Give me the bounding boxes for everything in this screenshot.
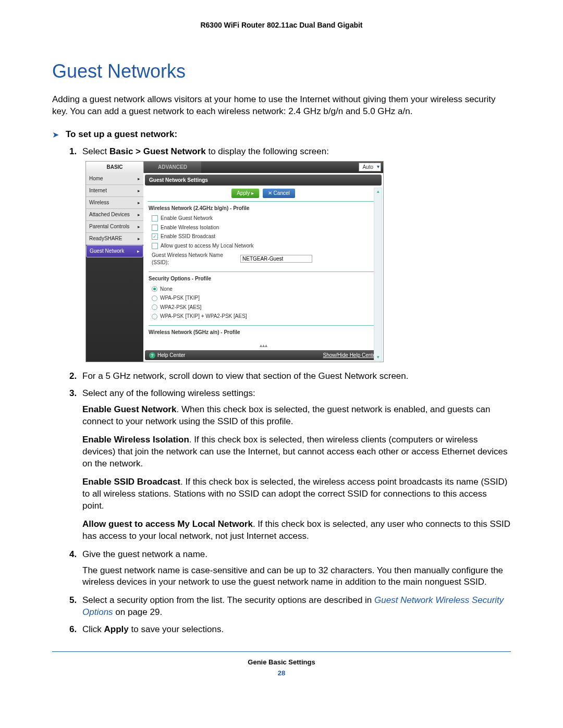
show-hide-help-link[interactable]: Show/Hide Help Center xyxy=(323,352,378,359)
footer-divider xyxy=(52,651,511,652)
sidebar-item-label: ReadySHARE xyxy=(89,235,122,242)
sidebar-item-label: Attached Devices xyxy=(89,211,130,218)
sidebar-item-parental-controls[interactable]: Parental Controls ▸ xyxy=(86,221,143,233)
radio-label: WPA2-PSK [AES] xyxy=(160,304,201,311)
enable-isolation-label: Enable Wireless Isolation xyxy=(82,435,189,445)
checkbox-allow-local[interactable]: Allow guest to access My Local Network xyxy=(149,241,378,251)
enable-guest-label: Enable Guest Network xyxy=(82,404,176,414)
chevron-right-icon: ▸ xyxy=(138,212,140,218)
sidebar-item-label: Guest Network xyxy=(90,248,124,255)
step3-text: Select any of the following wireless set… xyxy=(82,388,255,398)
chevron-right-icon: ▸ xyxy=(138,188,140,194)
chevron-right-icon: ▸ xyxy=(137,248,140,254)
scrollbar[interactable]: ▴ ▾ xyxy=(374,188,382,361)
ssid-input[interactable] xyxy=(240,255,312,263)
step5-text-b: on page 29. xyxy=(113,607,163,617)
pane-title: Guest Network Settings xyxy=(145,175,382,186)
radio-label: WPA-PSK [TKIP] + WPA2-PSK [AES] xyxy=(160,313,247,320)
scroll-down-icon[interactable]: ▾ xyxy=(374,354,382,360)
step-4: Give the guest network a name. The guest… xyxy=(79,549,511,589)
language-dropdown[interactable]: Auto xyxy=(359,163,381,172)
radio-icon xyxy=(152,295,157,301)
document-header: R6300 WiFi Router 802.11ac Dual Band Gig… xyxy=(52,21,511,29)
apply-word: Apply xyxy=(104,624,129,634)
sidebar-item-label: Internet xyxy=(89,187,107,194)
chevron-right-icon: ▸ xyxy=(138,176,140,182)
tab-advanced[interactable]: ADVANCED xyxy=(144,162,201,173)
section-title: Guest Networks xyxy=(52,60,511,82)
sidebar-item-label: Wireless xyxy=(89,199,109,206)
checkbox-label: Allow guest to access My Local Network xyxy=(161,242,253,250)
radio-label: WPA-PSK [TKIP] xyxy=(160,294,200,302)
step-3: Select any of the following wireless set… xyxy=(79,388,511,542)
sidebar-item-wireless[interactable]: Wireless ▸ xyxy=(86,197,143,209)
main-pane: Guest Network Settings Apply ▸ ✕ Cancel … xyxy=(143,173,383,362)
profile-5-title: Wireless Network (5GHz a/n) - Profile xyxy=(149,329,378,336)
step1-text-a: Select xyxy=(82,146,109,156)
step-2: For a 5 GHz network, scroll down to view… xyxy=(79,371,511,382)
step5-text-a: Select a security option from the list. … xyxy=(82,595,374,605)
sidebar-item-label: Parental Controls xyxy=(89,223,129,230)
allow-local-label: Allow guest to access My Local Network xyxy=(82,519,253,529)
task-heading: To set up a guest network: xyxy=(66,129,177,140)
page-number: 28 xyxy=(52,669,511,677)
step1-path: Basic > Guest Network xyxy=(109,146,206,156)
checkbox-icon: ✓ xyxy=(152,233,158,240)
cancel-button[interactable]: ✕ Cancel xyxy=(263,189,295,198)
arrow-bullet-icon: ➤ xyxy=(52,129,66,141)
sidebar-item-internet[interactable]: Internet ▸ xyxy=(86,185,143,197)
chevron-right-icon: ▸ xyxy=(138,200,140,206)
help-center-link[interactable]: ?Help Center xyxy=(149,352,185,359)
sidebar-item-attached-devices[interactable]: Attached Devices ▸ xyxy=(86,209,143,221)
radio-icon xyxy=(152,286,157,292)
checkbox-label: Enable Guest Network xyxy=(161,215,213,222)
sidebar-item-label: Home xyxy=(89,175,103,182)
step-5: Select a security option from the list. … xyxy=(79,595,511,619)
radio-wpa2-psk[interactable]: WPA2-PSK [AES] xyxy=(149,303,378,312)
step-1: Select Basic > Guest Network to display … xyxy=(79,146,511,362)
sidebar-item-readyshare[interactable]: ReadySHARE ▸ xyxy=(86,233,143,245)
help-icon: ? xyxy=(149,352,155,359)
checkbox-enable-ssid-broadcast[interactable]: ✓ Enable SSID Broadcast xyxy=(149,232,378,241)
radio-wpa-psk[interactable]: WPA-PSK [TKIP] xyxy=(149,293,378,303)
help-label: Help Center xyxy=(157,352,185,358)
footer-title: Genie Basic Settings xyxy=(52,658,511,666)
checkbox-label: Enable Wireless Isolation xyxy=(161,224,219,231)
genie-screenshot: BASIC ADVANCED Auto Home ▸ Internet xyxy=(85,161,384,363)
chevron-right-icon: ▸ xyxy=(138,224,140,230)
checkbox-icon xyxy=(152,225,158,231)
radio-icon xyxy=(152,304,157,310)
step6-text-c: to save your selections. xyxy=(129,624,224,634)
radio-icon xyxy=(152,314,157,319)
radio-none[interactable]: None xyxy=(149,285,378,294)
checkbox-icon xyxy=(152,243,158,249)
checkbox-enable-isolation[interactable]: Enable Wireless Isolation xyxy=(149,223,378,232)
checkbox-label: Enable SSID Broadcast xyxy=(161,233,215,240)
language-value[interactable]: Auto xyxy=(359,163,381,172)
enable-ssid-label: Enable SSID Broadcast xyxy=(82,477,180,487)
sidebar-item-guest-network[interactable]: Guest Network ▸ xyxy=(86,245,143,257)
security-title: Security Options - Profile xyxy=(149,275,378,282)
radio-label: None xyxy=(160,286,173,293)
step-6: Click Apply to save your selections. xyxy=(79,624,511,636)
ssid-label: Guest Wireless Network Name (SSID): xyxy=(152,252,240,266)
step1-text-c: to display the following screen: xyxy=(206,146,329,156)
intro-paragraph: Adding a guest network allows visitors a… xyxy=(52,94,511,118)
checkbox-icon xyxy=(152,215,158,221)
step4-body: The guest network name is case-sensitive… xyxy=(82,565,511,589)
sidebar-item-home[interactable]: Home ▸ xyxy=(86,173,143,185)
checkbox-enable-guest[interactable]: Enable Guest Network xyxy=(149,214,378,223)
tab-basic[interactable]: BASIC xyxy=(86,162,144,173)
profile-24-title: Wireless Network (2.4GHz b/g/n) - Profil… xyxy=(149,205,378,212)
chevron-right-icon: ▸ xyxy=(138,236,140,242)
scroll-up-icon[interactable]: ▴ xyxy=(374,188,382,194)
step4-text: Give the guest network a name. xyxy=(82,549,207,559)
step6-text-a: Click xyxy=(82,624,104,634)
radio-wpa-wpa2[interactable]: WPA-PSK [TKIP] + WPA2-PSK [AES] xyxy=(149,312,378,321)
tab-bar: BASIC ADVANCED Auto xyxy=(86,162,383,173)
collapse-arrow-icon[interactable]: ▴▴▴ xyxy=(143,342,383,350)
apply-button[interactable]: Apply ▸ xyxy=(231,189,259,198)
sidebar: Home ▸ Internet ▸ Wireless ▸ Attached xyxy=(86,173,143,362)
